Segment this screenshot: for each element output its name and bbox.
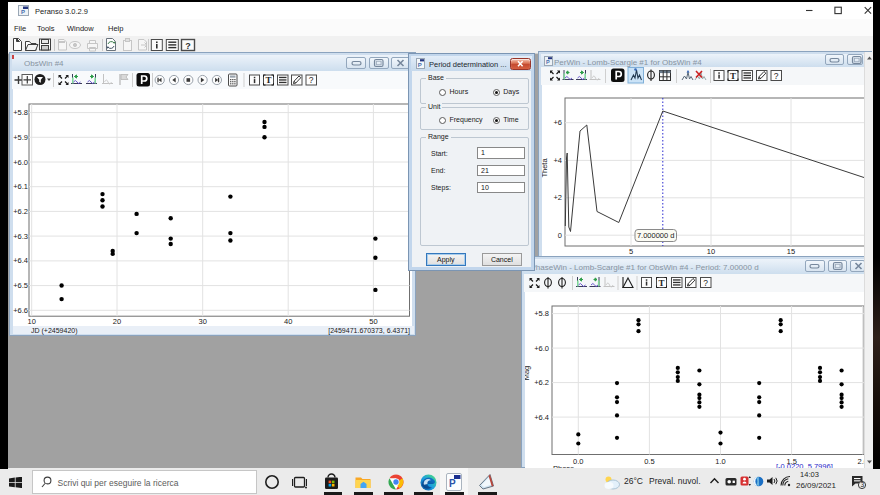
svg-text:P: P — [546, 59, 550, 65]
svg-text:0.5: 0.5 — [644, 457, 654, 466]
svg-text:10: 10 — [28, 317, 36, 326]
svg-text:20: 20 — [113, 317, 121, 326]
svg-text:0: 0 — [558, 231, 562, 240]
svg-text:+6.1: +6.1 — [13, 182, 28, 191]
svg-text:+5.9: +5.9 — [13, 133, 28, 142]
svg-text:P: P — [418, 62, 422, 68]
svg-text:+6.4: +6.4 — [534, 413, 549, 422]
svg-text:Mag: Mag — [525, 366, 531, 381]
svg-text:+2: +2 — [553, 193, 562, 202]
svg-text:+5.8: +5.8 — [534, 309, 549, 318]
svg-text:?: ? — [185, 41, 191, 51]
svg-text:+6.3: +6.3 — [13, 232, 28, 241]
svg-text:+6: +6 — [553, 118, 562, 127]
svg-text:10: 10 — [707, 247, 715, 256]
svg-text:+4: +4 — [553, 156, 562, 165]
svg-text:+6.2: +6.2 — [13, 207, 28, 216]
svg-text:P: P — [21, 9, 25, 15]
svg-text:+6.6: +6.6 — [13, 306, 28, 315]
svg-text:+6.2: +6.2 — [534, 378, 549, 387]
svg-text:3: 3 — [861, 481, 865, 488]
svg-text:40: 40 — [284, 317, 292, 326]
svg-text:0.0: 0.0 — [573, 457, 583, 466]
svg-text:+6.0: +6.0 — [13, 158, 28, 167]
svg-text:+5.8: +5.8 — [13, 108, 28, 117]
svg-text:15: 15 — [787, 247, 795, 256]
svg-text:1.0: 1.0 — [715, 457, 725, 466]
svg-text:+6.5: +6.5 — [13, 281, 28, 290]
svg-text:+6.0: +6.0 — [534, 344, 549, 353]
svg-text:50: 50 — [369, 317, 377, 326]
svg-text:5: 5 — [629, 247, 633, 256]
svg-text:+6.4: +6.4 — [13, 256, 28, 265]
svg-text:P: P — [449, 477, 456, 488]
svg-text:30: 30 — [199, 317, 207, 326]
svg-text:7.000000 d: 7.000000 d — [637, 231, 675, 240]
svg-text:Theta: Theta — [542, 158, 549, 178]
